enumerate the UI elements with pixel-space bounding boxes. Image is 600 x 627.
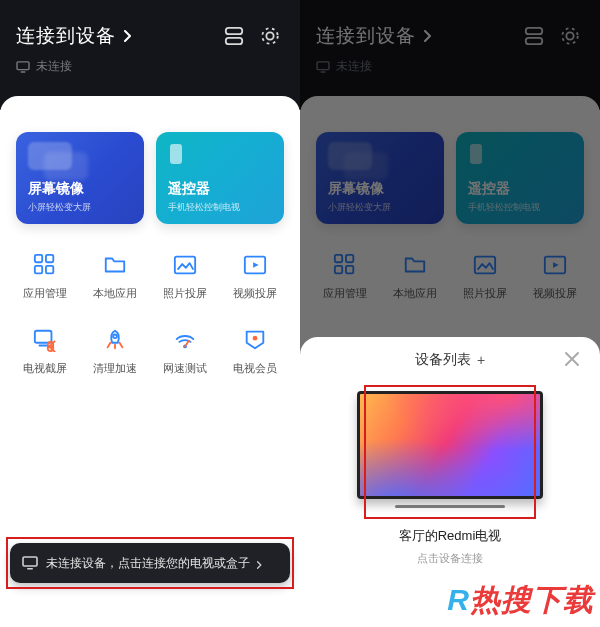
grid-item-photo-cast[interactable]: 照片投屏	[150, 252, 220, 301]
grid-label: 电视会员	[233, 361, 277, 376]
layout-toggle-icon[interactable]	[220, 22, 248, 50]
header-title[interactable]: 连接到设备	[16, 23, 116, 49]
play-icon	[242, 252, 268, 278]
header-subtitle: 未连接	[36, 58, 72, 75]
grid-label: 照片投屏	[163, 286, 207, 301]
wifi-gauge-icon	[172, 327, 198, 353]
card-sub: 手机轻松控制电视	[168, 201, 272, 214]
tv-icon	[22, 556, 38, 570]
grid-label: 电视截屏	[23, 361, 67, 376]
grid-item-tv-vip[interactable]: 电视会员	[220, 327, 290, 376]
grid-label: 网速测试	[163, 361, 207, 376]
device-list-title: 设备列表	[415, 351, 471, 369]
grid-label: 本地应用	[93, 286, 137, 301]
device-hint: 点击设备连接	[316, 551, 584, 566]
card-remote[interactable]: 遥控器 手机轻松控制电视	[156, 132, 284, 224]
toast-text: 未连接设备，点击连接您的电视或盒子	[46, 555, 250, 572]
device-name: 客厅的Redmi电视	[316, 527, 584, 545]
close-icon[interactable]	[564, 351, 582, 369]
chevron-right-icon	[122, 28, 138, 44]
card-screen-mirror[interactable]: 屏幕镜像 小屏轻松变大屏	[16, 132, 144, 224]
phone-right: 连接到设备 未连接	[300, 0, 600, 627]
device-item[interactable]	[355, 391, 545, 511]
header: 连接到设备 未连接	[0, 0, 300, 110]
grid-item-video-cast[interactable]: 视频投屏	[220, 252, 290, 301]
chevron-right-icon	[256, 558, 266, 568]
grid-item-clean-boost[interactable]: 清理加速	[80, 327, 150, 376]
feature-grid: 应用管理 本地应用 照片投屏 视频投屏 电视截屏	[0, 224, 300, 376]
grid-item-app-manage[interactable]: 应用管理	[10, 252, 80, 301]
grid-item-tv-screenshot[interactable]: 电视截屏	[10, 327, 80, 376]
rocket-icon	[102, 327, 128, 353]
grid-icon	[32, 252, 58, 278]
card-sub: 小屏轻松变大屏	[28, 201, 132, 214]
tv-thumbnail	[357, 391, 543, 499]
grid-item-local-app[interactable]: 本地应用	[80, 252, 150, 301]
grid-label: 清理加速	[93, 361, 137, 376]
tv-icon	[16, 61, 30, 73]
folder-icon	[102, 252, 128, 278]
add-device-button[interactable]: +	[477, 352, 485, 368]
settings-gear-icon[interactable]	[256, 22, 284, 50]
grid-label: 视频投屏	[233, 286, 277, 301]
grid-label: 应用管理	[23, 286, 67, 301]
card-title: 屏幕镜像	[28, 180, 132, 198]
screenshot-icon	[32, 327, 58, 353]
connect-toast[interactable]: 未连接设备，点击连接您的电视或盒子	[10, 543, 290, 583]
phone-left: 连接到设备 未连接	[0, 0, 300, 627]
grid-item-speed-test[interactable]: 网速测试	[150, 327, 220, 376]
device-list-sheet: 设备列表 + 客厅的Redmi电视 点击设备连接	[300, 337, 600, 627]
image-icon	[172, 252, 198, 278]
vip-tag-icon	[242, 327, 268, 353]
card-title: 遥控器	[168, 180, 272, 198]
